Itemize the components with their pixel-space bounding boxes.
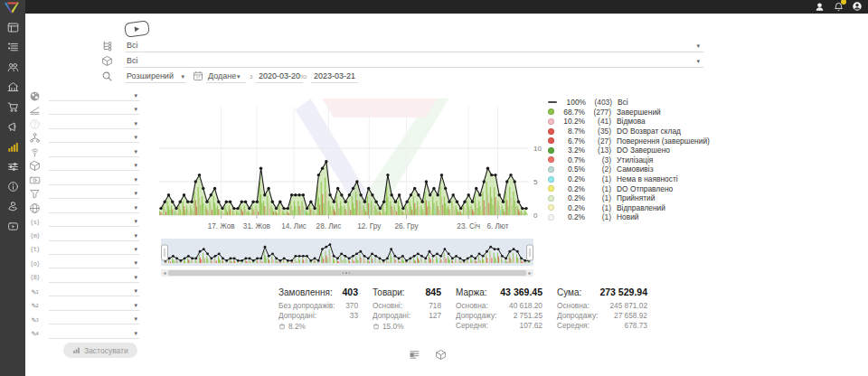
filter-select[interactable]: ▾ <box>49 216 139 227</box>
filter-row-var-s: {s}▾ <box>29 216 139 229</box>
list-icon[interactable] <box>409 349 420 361</box>
legend-label: Новий <box>617 212 639 221</box>
date-field-icon: 17 <box>193 70 203 81</box>
package-icon <box>29 160 41 172</box>
legend-item[interactable]: 68.7%(277)Завершений <box>548 108 710 118</box>
date-from-input[interactable]: 2020-03-20 <box>256 70 303 83</box>
store-icon <box>7 81 19 93</box>
scroll-left-icon[interactable]: ◂ <box>161 269 168 277</box>
legend-item[interactable]: 10.2%(41)Відмова <box>548 117 710 127</box>
date-to-input[interactable]: 2023-03-21 <box>311 70 358 83</box>
pencil-3-icon: ✎3 <box>29 314 41 325</box>
chevron-down-icon: ▾ <box>134 246 137 253</box>
top-bar <box>0 0 868 14</box>
legend-item[interactable]: 0.7%(3)Утилізація <box>548 155 710 165</box>
filter-select[interactable]: ▾ <box>49 160 139 171</box>
legend-item[interactable]: 0.2%(1)Новий <box>548 212 710 222</box>
legend-item[interactable]: 0.2%(1)Прийнятий <box>548 193 710 203</box>
legend-dot-swatch <box>548 137 554 144</box>
var-t-icon: {t} <box>29 244 41 256</box>
stat-value: 273 529.94 <box>599 287 647 297</box>
filter-select[interactable]: ▾ <box>49 328 139 339</box>
sidebar-item-orders[interactable] <box>5 42 20 53</box>
category-select[interactable]: Всі ▾ <box>125 40 703 52</box>
legend-dot-swatch <box>548 176 554 183</box>
filter-select[interactable]: ▾ <box>49 104 139 115</box>
legend-item[interactable]: 3.2%(13)DO Завершено <box>548 146 710 155</box>
chevron-down-icon: ▾ <box>134 106 137 113</box>
legend-item[interactable]: 0.2%(1)DO Отправлено <box>548 183 710 193</box>
scroll-right-icon[interactable]: ▸ <box>526 269 533 277</box>
filter-select[interactable]: ▾ <box>49 146 139 157</box>
filter-select[interactable]: ▾ <box>49 202 139 213</box>
filter-select[interactable]: ▾ <box>49 132 139 143</box>
legend-percent: 68.7% <box>559 108 585 117</box>
product-select[interactable]: Всі ▾ <box>125 55 703 68</box>
sidebar-item-video-tutorials[interactable] <box>5 221 20 232</box>
legend-count: (1) <box>585 184 611 193</box>
sidebar-item-info[interactable] <box>5 181 20 193</box>
scrollbar-thumb[interactable] <box>168 270 526 276</box>
stat-title: Сума: <box>557 287 581 297</box>
sidebar-item-store[interactable] <box>5 81 20 93</box>
chart-navigator[interactable] <box>161 239 533 268</box>
filter-select[interactable]: ▾ <box>49 174 139 185</box>
legend-item[interactable]: 8.7%(35)DO Возврат склад <box>548 127 710 136</box>
upsell-rate-badge: 15.0% <box>373 322 441 331</box>
sidebar-item-clients[interactable] <box>5 61 20 73</box>
category-select-value: Всі <box>127 41 138 50</box>
app-logo[interactable] <box>4 1 22 15</box>
filter-select[interactable]: ▾ <box>49 272 139 283</box>
sidebar-item-procurement[interactable] <box>5 101 20 113</box>
stat-column: Товари:845Основні:718Допродані:12715.0% <box>373 287 441 331</box>
filter-select[interactable]: ▾ <box>49 300 139 311</box>
orders-chart[interactable]: 051017. Жов31. Жов14. Лис28. Лис12. Гру2… <box>159 87 550 235</box>
filter-select[interactable]: ▾ <box>49 230 139 241</box>
search-icon[interactable] <box>101 70 113 82</box>
legend-item[interactable]: 0.5%(2)Самовивіз <box>548 164 710 174</box>
package-icon[interactable] <box>435 349 447 361</box>
chevron-down-icon[interactable]: ▾ <box>237 73 241 80</box>
filter-row-var-o: {o}▾ <box>29 258 139 270</box>
bell-icon[interactable] <box>833 1 844 12</box>
filter-select[interactable]: ▾ <box>49 286 139 296</box>
search-mode-select[interactable]: Розширений ▾ <box>125 70 186 83</box>
user-icon[interactable] <box>814 1 825 12</box>
legend-percent: 6.7% <box>559 136 585 146</box>
sidebar-item-dashboard[interactable] <box>5 22 20 33</box>
legend-label: Прийнятий <box>617 193 655 202</box>
footer-toggles <box>409 349 447 361</box>
sidebar-item-care[interactable] <box>5 201 20 212</box>
filter-select[interactable]: ▾ <box>49 90 139 101</box>
filter-select[interactable]: ▾ <box>49 314 139 324</box>
video-tutorial-button[interactable] <box>124 20 150 38</box>
filter-select[interactable]: ▾ <box>49 258 139 268</box>
avatar-icon[interactable] <box>852 1 863 12</box>
legend-count: (277) <box>585 108 611 117</box>
category-filter-row: Всі ▾ <box>101 40 705 53</box>
stat-subrow: Без допродажів:370 <box>278 301 358 311</box>
apply-button[interactable]: Застосувати <box>63 343 137 358</box>
sidebar-item-marketing[interactable] <box>5 121 20 133</box>
chart-scrollbar[interactable]: ◂ ▸ <box>161 269 533 277</box>
filter-select[interactable]: ▾ <box>49 244 139 255</box>
filter-row-money: ▾ <box>29 174 139 187</box>
chevron-down-icon: ▾ <box>696 42 700 50</box>
filter-row-level: ▾ <box>29 104 139 117</box>
level-icon <box>29 104 41 116</box>
legend-item[interactable]: 6.7%(27)Повернення (завершений) <box>548 136 710 146</box>
legend-count: (3) <box>585 155 611 164</box>
filter-select[interactable]: ▾ <box>49 188 139 199</box>
stat-subrow: Середня:107.62 <box>456 321 542 331</box>
legend-item[interactable]: 0.2%(1)Відправлений <box>548 203 710 213</box>
legend-item[interactable]: 0.2%(1)Нема в наявності <box>548 174 710 184</box>
summary-stats: Замовлення:403Без допродажів:370Допродан… <box>278 287 647 331</box>
filter-select[interactable]: ▾ <box>49 118 139 129</box>
legend-count: (13) <box>585 146 611 155</box>
legend-item[interactable]: 100%(403)Всі <box>548 98 710 108</box>
legend-count: (1) <box>585 203 611 212</box>
svg-text:23. Січ: 23. Січ <box>457 222 480 230</box>
sidebar-item-statistics[interactable] <box>5 141 20 153</box>
legend-label: Утилізація <box>617 155 653 164</box>
sidebar-item-settings[interactable] <box>5 161 20 173</box>
